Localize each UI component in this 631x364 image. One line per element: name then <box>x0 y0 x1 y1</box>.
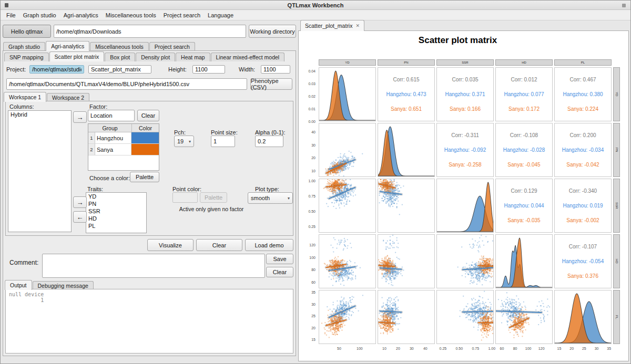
menu-item-language[interactable]: Language <box>204 11 237 19</box>
y-tick-label: 15 <box>311 338 316 341</box>
menu-item-file[interactable]: File <box>3 11 19 19</box>
group-row-sanya[interactable]: 2Sanya <box>88 144 159 155</box>
tab-graph-studio[interactable]: Graph studio <box>3 42 45 51</box>
matrix-row-header-pl: PL <box>613 290 620 344</box>
corr-value-overall: Corr: 0.129 <box>511 188 537 194</box>
traits-item-hd[interactable]: HD <box>86 215 146 222</box>
pch-label: Pch: <box>174 129 186 136</box>
y-tick-label: 120 <box>309 243 316 247</box>
subtab-density-plot[interactable]: Density plot <box>136 53 175 61</box>
window-controls-icon[interactable] <box>622 4 626 7</box>
y-axis-pl: 1520253035 <box>303 290 317 344</box>
point-color-label: Point color: <box>172 186 201 192</box>
matrix-scatter-pl-pn <box>378 290 435 344</box>
visualize-button[interactable]: Visualize <box>147 239 194 251</box>
traits-item-yd[interactable]: YD <box>86 193 146 200</box>
pch-dropdown[interactable]: 19 ▾ <box>174 136 194 147</box>
consoletab-output[interactable]: Output <box>5 280 32 290</box>
x-tick-label: 100 <box>525 347 532 350</box>
viewer-panel: Scatter_plot_matrix ✕ Scatter plot matri… <box>298 19 630 363</box>
factor-input[interactable] <box>88 110 135 121</box>
scatter-plot-canvas <box>437 235 493 288</box>
matrix-corr-yd-pn: Corr: 0.615Hangzhou: 0.473Sanya: 0.651 <box>378 67 435 121</box>
corr-value-sanya: Sanya: -0.035 <box>507 217 540 223</box>
scatter-plot-canvas <box>437 290 493 344</box>
columns-label: Columns: <box>9 103 34 110</box>
plot-type-value: smooth <box>251 195 270 201</box>
traits-item-ssr[interactable]: SSR <box>86 207 146 215</box>
y-tick-label: 40 <box>311 130 316 134</box>
matrix-scatter-ssr-pn <box>378 179 435 233</box>
corr-value-hangzhou: Hangzhou: 0.019 <box>563 203 603 209</box>
corr-value-sanya: Sanya: -0.258 <box>449 162 481 168</box>
corr-value-overall: Corr: 0.035 <box>452 77 478 82</box>
tab-project-search[interactable]: Project search <box>149 42 195 51</box>
move-trait-right-button[interactable]: → <box>73 196 87 208</box>
project-row: Project: Height: Width: <box>6 64 292 75</box>
matrix-corr-hd-pl: Corr: -0.107Hangzhou: -0.054Sanya: 0.376 <box>554 234 612 288</box>
menu-item-agri-analytics[interactable]: Agri-analytics <box>60 11 102 19</box>
scatter-plot-canvas <box>319 179 375 232</box>
working-directory-input[interactable] <box>54 25 246 38</box>
corr-value-sanya: Sanya: 0.172 <box>508 106 540 112</box>
comment-save-button[interactable]: Save <box>266 254 293 264</box>
project-path-input[interactable] <box>29 65 84 74</box>
chevron-down-icon: ▾ <box>288 196 290 201</box>
phenotype-csv-button[interactable]: Phenotype (CSV) <box>250 78 292 90</box>
point-color-palette-button: Palette <box>200 192 227 203</box>
working-directory-button[interactable]: Working directory <box>249 25 296 38</box>
plot-type-dropdown[interactable]: smooth ▾ <box>248 192 293 204</box>
close-icon[interactable]: ✕ <box>355 23 360 28</box>
matrix-scatter-hd-yd <box>319 234 376 288</box>
tab-agri-analytics[interactable]: Agri-analytics <box>46 41 89 51</box>
height-input[interactable] <box>192 65 225 74</box>
agri-analytics-panel: SNP mappingScatter plot matrixBox plotDe… <box>3 50 296 356</box>
hello-button[interactable]: Hello qtlmax <box>3 25 51 38</box>
factor-label: Factor: <box>89 103 107 110</box>
load-demo-button[interactable]: Load demo <box>245 239 293 251</box>
clear-button[interactable]: Clear <box>196 239 242 251</box>
subtab-box-plot[interactable]: Box plot <box>105 53 135 61</box>
corr-value-overall: Corr: 0.012 <box>511 77 537 82</box>
wstab-workspace-1[interactable]: Workspace 1 <box>4 92 46 102</box>
y-tick-label: 0.50 <box>308 210 316 213</box>
traits-item-pn[interactable]: PN <box>86 200 146 207</box>
matrix-density-pn <box>378 123 435 177</box>
width-input[interactable] <box>261 65 290 74</box>
palette-button[interactable]: Palette <box>130 172 159 182</box>
move-factor-right-button[interactable]: → <box>73 111 87 123</box>
group-color-swatch-hangzhou[interactable] <box>131 132 159 143</box>
group-row-hangzhou[interactable]: 1Hangzhou <box>88 132 159 144</box>
y-tick-label: 10 <box>311 169 316 172</box>
factor-clear-button[interactable]: Clear <box>137 110 159 121</box>
subtab-scatter-plot-matrix[interactable]: Scatter plot matrix <box>49 51 105 61</box>
matrix-grid: YDPNSSRHDPL0.000.010.020.030.04Corr: 0.6… <box>303 59 620 353</box>
menu-item-graph-studio[interactable]: Graph studio <box>19 11 60 19</box>
group-color-swatch-sanya[interactable] <box>131 144 159 155</box>
viewer-tab[interactable]: Scatter_plot_matrix ✕ <box>300 20 364 31</box>
width-label: Width: <box>239 66 259 72</box>
point-color-input <box>172 192 198 203</box>
menu-item-project-search[interactable]: Project search <box>160 11 204 19</box>
x-axis-ssr: 0.250.500.751.00 <box>436 346 494 353</box>
project-name-input[interactable] <box>88 65 151 74</box>
columns-item-hybrid[interactable]: Hybrid <box>8 111 71 118</box>
tab-miscellaneous-tools[interactable]: Miscellaneous tools <box>90 42 149 51</box>
alpha-input[interactable] <box>255 136 283 147</box>
comment-input[interactable] <box>42 254 265 278</box>
columns-list[interactable]: Hybrid <box>8 110 72 232</box>
phenotype-path-input[interactable] <box>6 78 247 90</box>
comment-clear-button[interactable]: Clear <box>266 267 293 277</box>
y-axis-ssr: 0.250.500.751.00 <box>303 179 317 233</box>
x-tick-label: 80 <box>513 347 517 350</box>
corr-value-hangzhou: Hangzhou: 0.044 <box>504 203 544 209</box>
move-trait-left-button[interactable]: ← <box>73 211 87 223</box>
point-size-input[interactable] <box>211 136 235 147</box>
subtab-snp-mapping[interactable]: SNP mapping <box>4 53 49 61</box>
traits-item-pl[interactable]: PL <box>86 222 146 230</box>
traits-list[interactable]: YDPNSSRHDPL <box>86 192 147 233</box>
subtab-linear-mixed-effect-model[interactable]: Linear mixed-effect model <box>211 53 285 61</box>
corr-value-hangzhou: Hangzhou: 0.380 <box>563 91 603 97</box>
subtab-heat-map[interactable]: Heat map <box>176 53 210 61</box>
menu-item-miscellaneous-tools[interactable]: Miscellaneous tools <box>102 11 160 19</box>
